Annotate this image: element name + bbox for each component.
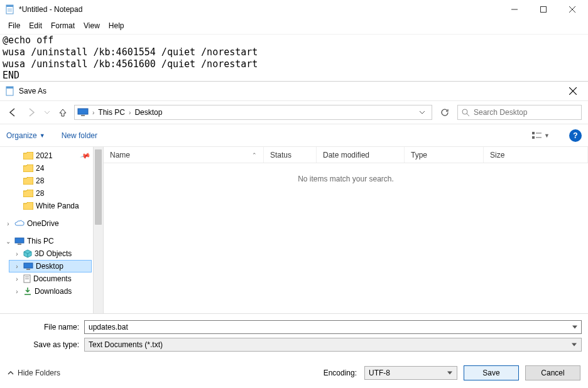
col-size[interactable]: Size	[484, 147, 588, 163]
svg-point-15	[462, 109, 467, 114]
chevron-down-icon: ▼	[40, 132, 45, 139]
editor-content[interactable]: @echo off wusa /uninstall /kb:4601554 /q…	[0, 34, 588, 87]
cancel-button[interactable]: Cancel	[525, 365, 580, 380]
svg-rect-1	[6, 5, 13, 7]
tree-item-folder[interactable]: 24	[9, 162, 92, 175]
close-button[interactable]	[558, 0, 587, 19]
breadcrumb-desktop[interactable]: Desktop	[134, 108, 162, 117]
svg-rect-23	[24, 263, 33, 268]
folder-icon	[23, 164, 33, 172]
document-icon	[23, 274, 31, 283]
chevron-right-icon: ›	[91, 109, 95, 116]
cloud-icon	[14, 220, 24, 227]
this-pc-icon	[14, 237, 24, 245]
filename-input[interactable]	[84, 320, 582, 334]
desktop-icon	[23, 262, 33, 270]
tree-item-desktop[interactable]: ›Desktop	[9, 260, 92, 272]
encoding-label: Encoding:	[324, 369, 357, 377]
svg-rect-6	[541, 7, 547, 13]
notepad-title: *Untitled - Notepad	[19, 5, 500, 14]
column-headers: Name⌃ Status Date modified Type Size	[104, 147, 588, 163]
tree-item-3dobjects[interactable]: ›3D Objects	[9, 247, 92, 260]
hide-folders-button[interactable]: Hide Folders	[8, 369, 60, 377]
menu-edit[interactable]: Edit	[24, 20, 46, 31]
maximize-button[interactable]	[529, 0, 558, 19]
filename-label: File name:	[44, 323, 80, 331]
pin-icon: 📌	[80, 150, 92, 161]
breadcrumb-dropdown-button[interactable]	[415, 105, 429, 119]
expand-icon[interactable]: ›	[4, 220, 12, 227]
cube-icon	[23, 249, 32, 258]
tree-item-folder[interactable]: 2021📌	[9, 149, 92, 162]
savetype-label: Save as type:	[33, 340, 80, 349]
tree-item-documents[interactable]: ›Documents	[9, 272, 92, 285]
tree-item-folder[interactable]: 28	[9, 175, 92, 187]
save-button[interactable]: Save	[464, 365, 519, 380]
download-icon	[23, 287, 32, 296]
collapse-icon[interactable]: ⌄	[4, 238, 12, 245]
svg-rect-14	[81, 115, 85, 116]
col-type[interactable]: Type	[405, 147, 484, 163]
tree-scrollbar[interactable]	[93, 147, 104, 313]
chevron-up-icon	[8, 370, 14, 376]
folder-icon	[23, 202, 33, 210]
folder-icon	[23, 152, 33, 159]
tree-item-onedrive[interactable]: ›OneDrive	[0, 217, 92, 230]
svg-rect-22	[18, 244, 21, 245]
refresh-button[interactable]	[436, 105, 454, 120]
search-box[interactable]	[457, 105, 582, 120]
svg-rect-24	[26, 269, 30, 270]
svg-rect-17	[532, 132, 535, 134]
menu-bar: File Edit Format View Help	[0, 19, 588, 34]
minimize-button[interactable]	[500, 0, 529, 19]
svg-rect-21	[15, 238, 24, 243]
svg-rect-18	[532, 136, 535, 139]
chevron-down-icon: ▼	[544, 132, 550, 139]
view-options-button[interactable]: ▼	[528, 129, 553, 143]
tree-item-thispc[interactable]: ⌄This PC	[0, 235, 92, 247]
menu-format[interactable]: Format	[46, 20, 79, 31]
nav-recent-button[interactable]	[43, 105, 52, 120]
notepad-icon	[5, 4, 15, 14]
nav-tree[interactable]: 2021📌 24 28 28 White Panda ›OneDrive ⌄Th…	[0, 147, 93, 313]
this-pc-icon	[77, 108, 89, 117]
breadcrumb[interactable]: › This PC › Desktop	[74, 105, 432, 120]
sort-caret-icon: ⌃	[252, 152, 257, 158]
savetype-combo[interactable]: Text Documents (*.txt)	[84, 338, 582, 352]
folder-icon	[23, 177, 33, 185]
svg-line-16	[467, 114, 469, 116]
help-button[interactable]: ?	[569, 129, 582, 142]
breadcrumb-thispc[interactable]: This PC	[98, 108, 125, 117]
menu-file[interactable]: File	[4, 20, 24, 31]
search-input[interactable]	[474, 108, 577, 117]
menu-help[interactable]: Help	[104, 20, 129, 31]
nav-up-button[interactable]	[55, 105, 70, 120]
new-folder-button[interactable]: New folder	[62, 131, 97, 140]
organize-button[interactable]: Organize▼	[6, 131, 45, 140]
chevron-right-icon: ›	[128, 109, 132, 116]
col-name[interactable]: Name⌃	[104, 147, 264, 163]
dialog-title: Save As	[19, 87, 558, 95]
svg-rect-13	[78, 109, 88, 114]
filename-field-wrap	[84, 320, 582, 334]
encoding-combo[interactable]: UTF-8	[364, 366, 457, 380]
notepad-icon	[5, 86, 15, 96]
tree-item-downloads[interactable]: ›Downloads	[9, 285, 92, 298]
folder-icon	[23, 190, 33, 197]
tree-item-folder[interactable]: 28	[9, 187, 92, 200]
tree-item-folder[interactable]: White Panda	[9, 200, 92, 212]
menu-view[interactable]: View	[79, 20, 104, 31]
search-icon	[462, 109, 470, 117]
dialog-close-button[interactable]	[558, 82, 587, 101]
svg-rect-10	[6, 87, 13, 89]
col-status[interactable]: Status	[264, 147, 317, 163]
nav-forward-button[interactable]	[24, 105, 39, 120]
nav-back-button[interactable]	[5, 105, 20, 120]
save-as-dialog: Save As › This PC › Desktop Organize▼ Ne…	[0, 81, 588, 388]
col-date[interactable]: Date modified	[317, 147, 405, 163]
notepad-titlebar: *Untitled - Notepad	[0, 0, 588, 19]
empty-message: No items match your search.	[104, 163, 588, 313]
